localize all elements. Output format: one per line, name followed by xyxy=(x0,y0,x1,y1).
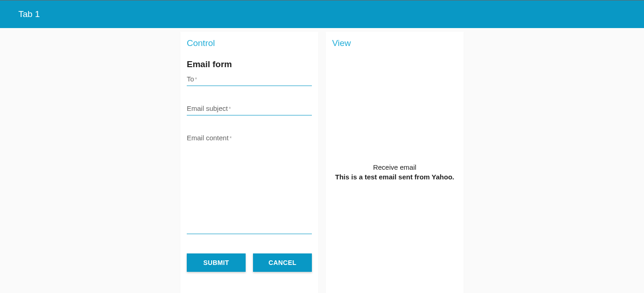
subject-field-wrapper: Email subject* xyxy=(187,103,312,115)
to-input[interactable] xyxy=(187,74,312,86)
submit-button[interactable]: SUBMIT xyxy=(187,253,246,272)
email-form-heading: Email form xyxy=(187,59,312,69)
view-card: View Receive email This is a test email … xyxy=(326,32,464,293)
content-field-wrapper: Email content* xyxy=(187,133,312,234)
form-button-row: SUBMIT CANCEL xyxy=(187,253,312,272)
view-body: Receive email This is a test email sent … xyxy=(332,59,457,285)
app-header: Tab 1 xyxy=(0,0,644,28)
control-card-title: Control xyxy=(187,38,312,48)
main-content: Control Email form To* Email subject* Em… xyxy=(0,28,644,293)
tab-label[interactable]: Tab 1 xyxy=(18,9,40,19)
receive-email-caption: Receive email xyxy=(373,163,416,171)
control-card: Control Email form To* Email subject* Em… xyxy=(180,32,318,293)
cancel-button[interactable]: CANCEL xyxy=(253,253,312,272)
subject-input[interactable] xyxy=(187,103,312,115)
received-email-message: This is a test email sent from Yahoo. xyxy=(335,173,454,181)
view-card-title: View xyxy=(332,38,457,48)
content-textarea[interactable] xyxy=(187,133,312,234)
to-field-wrapper: To* xyxy=(187,74,312,86)
